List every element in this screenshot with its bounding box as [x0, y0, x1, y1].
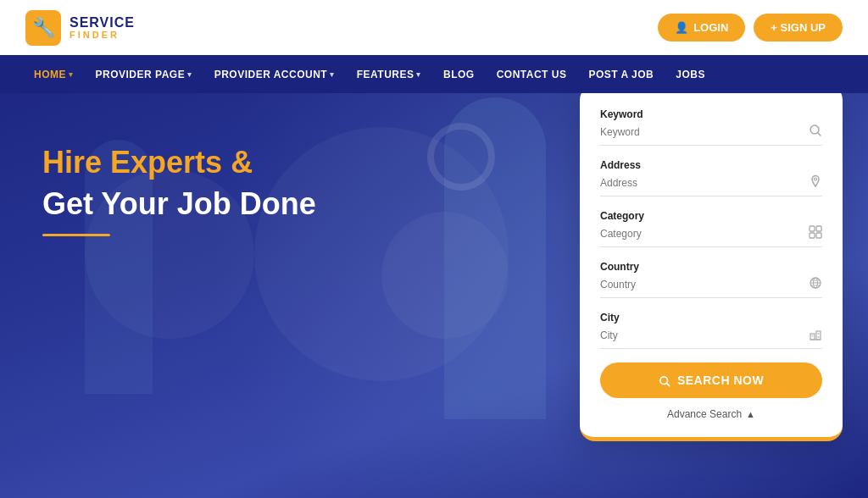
- city-field: City: [600, 312, 822, 349]
- login-label: LOGIN: [693, 21, 728, 34]
- keyword-input[interactable]: [600, 126, 809, 138]
- nav-label-post-job: POST A JOB: [588, 69, 654, 80]
- country-input[interactable]: [600, 279, 809, 290]
- login-button[interactable]: 👤 LOGIN: [658, 14, 745, 42]
- category-icon: [809, 225, 822, 241]
- hero-headline-1: Hire Experts &: [42, 144, 316, 180]
- location-icon: [809, 174, 822, 191]
- svg-rect-4: [816, 226, 821, 231]
- hero-line1-pre: Hire: [42, 145, 110, 180]
- signup-button[interactable]: + SIGN UP: [754, 14, 843, 42]
- signup-label: + SIGN UP: [771, 21, 826, 34]
- city-icon: [809, 327, 822, 343]
- logo-finder-text: FINDER: [70, 30, 135, 40]
- logo-text: SERVICE FINDER: [70, 15, 135, 41]
- nav-label-provider-page: PROVIDER PAGE: [96, 69, 186, 80]
- nav-item-blog[interactable]: BLOG: [435, 64, 483, 86]
- search-button-icon: [659, 374, 670, 387]
- hero-highlight: Experts: [110, 145, 222, 180]
- city-input[interactable]: [600, 329, 809, 341]
- nav-item-home[interactable]: HOME ▾: [25, 64, 82, 86]
- nav-item-post-job[interactable]: POST A JOB: [580, 64, 662, 86]
- category-input[interactable]: [600, 228, 809, 240]
- search-button-label: SEARCH NOW: [677, 374, 764, 387]
- navigation: HOME ▾ PROVIDER PAGE ▾ PROVIDER ACCOUNT …: [0, 55, 868, 93]
- svg-rect-3: [810, 226, 815, 231]
- city-label: City: [600, 312, 822, 324]
- svg-rect-16: [818, 336, 820, 338]
- address-input[interactable]: [600, 177, 809, 189]
- nav-item-provider-account[interactable]: PROVIDER ACCOUNT ▾: [206, 64, 343, 86]
- search-now-button[interactable]: SEARCH NOW: [600, 362, 822, 398]
- nav-label-provider-account: PROVIDER ACCOUNT: [214, 69, 328, 80]
- globe-icon: [809, 276, 822, 292]
- svg-rect-15: [818, 333, 820, 335]
- user-icon: 👤: [675, 21, 688, 34]
- advance-search-label: Advance Search: [667, 408, 742, 420]
- svg-point-2: [815, 178, 817, 180]
- nav-item-provider-page[interactable]: PROVIDER PAGE ▾: [87, 64, 201, 86]
- nav-label-home: HOME: [34, 69, 66, 80]
- address-input-wrap: [600, 174, 822, 196]
- svg-line-1: [818, 133, 821, 136]
- svg-rect-6: [816, 233, 821, 238]
- chevron-down-icon: ▾: [330, 70, 335, 79]
- advance-search-toggle[interactable]: Advance Search ▲: [600, 408, 822, 420]
- nav-label-blog: BLOG: [443, 69, 475, 80]
- category-label: Category: [600, 210, 822, 222]
- header-buttons: 👤 LOGIN + SIGN UP: [658, 14, 843, 42]
- hero-line1-post: &: [222, 145, 253, 180]
- chevron-down-icon: ▾: [187, 70, 192, 79]
- chevron-down-icon: ▾: [416, 70, 421, 79]
- hero-content: Hire Experts & Get Your Job Done: [42, 144, 316, 236]
- svg-rect-14: [812, 335, 814, 337]
- country-input-wrap: [600, 276, 822, 298]
- nav-label-jobs: JOBS: [676, 69, 705, 80]
- hero-headline-2: Get Your Job Done: [42, 185, 316, 222]
- nav-item-jobs[interactable]: JOBS: [667, 64, 714, 86]
- chevron-down-icon: ▾: [69, 70, 74, 79]
- address-label: Address: [600, 159, 822, 171]
- nav-label-contact: CONTACT US: [497, 69, 567, 80]
- search-icon: [809, 124, 822, 140]
- svg-line-19: [667, 384, 670, 386]
- category-field: Category: [600, 210, 822, 247]
- country-label: Country: [600, 261, 822, 273]
- logo-service-text: SERVICE: [70, 15, 135, 30]
- tool-decoration: [427, 123, 495, 191]
- keyword-input-wrap: [600, 124, 822, 146]
- category-input-wrap: [600, 225, 822, 247]
- keyword-field: Keyword: [600, 108, 822, 146]
- svg-rect-13: [816, 331, 821, 340]
- nav-label-features: FEATURES: [357, 69, 415, 80]
- city-input-wrap: [600, 327, 822, 349]
- search-card: Keyword Address Category: [580, 85, 843, 441]
- logo: 🔧 SERVICE FINDER: [25, 10, 135, 46]
- logo-icon: 🔧: [25, 10, 61, 46]
- chevron-up-icon: ▲: [746, 409, 755, 419]
- nav-item-features[interactable]: FEATURES ▾: [348, 64, 430, 86]
- country-field: Country: [600, 261, 822, 298]
- hero-divider: [42, 234, 110, 236]
- nav-item-contact[interactable]: CONTACT US: [488, 64, 576, 86]
- keyword-label: Keyword: [600, 108, 822, 120]
- svg-rect-5: [810, 233, 815, 238]
- address-field: Address: [600, 159, 822, 196]
- header: 🔧 SERVICE FINDER 👤 LOGIN + SIGN UP: [0, 0, 868, 55]
